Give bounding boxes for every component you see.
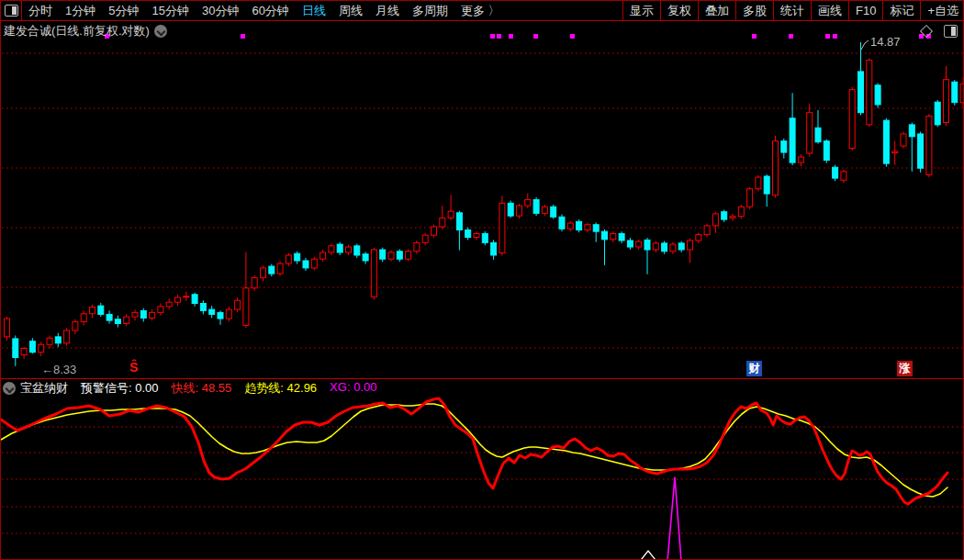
diamond-icon[interactable] (920, 25, 933, 38)
price-low-label: ←8.33 (41, 363, 76, 376)
period-tab[interactable]: 日线 (302, 3, 326, 19)
indicator-field: 预警信号: 0.00 (81, 380, 159, 397)
toolbar-buttons: 显示 复权 叠加 多股 统计 画线 F10 标记 +自选 (622, 1, 964, 21)
split-layout-icon[interactable] (5, 5, 18, 17)
toolbar-button[interactable]: 多股 (735, 1, 773, 21)
sell-signal-marker: Ŝ (129, 360, 138, 375)
toolbar-button[interactable]: 复权 (660, 1, 698, 21)
indicator-header: 宝盆纳财 预警信号: 0.00 快线: 48.55 趋势线: 42.96 XG:… (1, 379, 964, 398)
toolbar-button[interactable]: +自选 (920, 1, 964, 21)
period-tabs: 分时 1分钟 5分钟 15分钟 30分钟 60分钟 日线 周线 月线 多周期 更… (28, 3, 500, 19)
stock-title: 建发合诚(日线.前复权.对数) (4, 23, 150, 39)
period-tab[interactable]: 更多 〉 (461, 3, 500, 19)
toolbar-button[interactable]: 标记 (882, 1, 920, 21)
zhang-marker-badge: 涨 (897, 361, 913, 376)
toolbar: 分时 1分钟 5分钟 15分钟 30分钟 60分钟 日线 周线 月线 多周期 更… (1, 1, 964, 21)
cai-marker-badge: 财 (746, 361, 762, 376)
indicator-fields: 预警信号: 0.00 快线: 48.55 趋势线: 42.96 XG: 0.00 (68, 380, 376, 397)
toolbar-button[interactable]: 统计 (773, 1, 811, 21)
title-bar: 建发合诚(日线.前复权.对数) (1, 21, 964, 41)
toolbar-button[interactable]: 叠加 (698, 1, 735, 21)
indicator-field: 快线: 48.55 (172, 380, 232, 397)
period-tab[interactable]: 5分钟 (108, 3, 139, 19)
indicator-field: XG: 0.00 (330, 380, 376, 397)
toolbar-button[interactable]: 画线 (811, 1, 848, 21)
toolbar-button[interactable]: 显示 (622, 1, 660, 21)
period-tab[interactable]: 15分钟 (151, 3, 188, 19)
period-tab[interactable]: 30分钟 (202, 3, 239, 19)
layout-icon[interactable] (944, 25, 958, 38)
period-tab[interactable]: 60分钟 (252, 3, 288, 19)
main-candle-chart[interactable] (1, 41, 964, 378)
toolbar-divider (21, 1, 22, 21)
indicator-collapse-icon[interactable] (3, 382, 16, 395)
period-tab[interactable]: 分时 (28, 3, 52, 19)
title-dropdown-icon[interactable] (154, 25, 167, 38)
indicator-field: 趋势线: 42.96 (244, 380, 317, 397)
period-tab[interactable]: 月线 (376, 3, 399, 19)
toolbar-button[interactable]: F10 (848, 1, 882, 21)
price-high-label: 14.87 (870, 35, 901, 49)
period-tab[interactable]: 周线 (339, 3, 363, 19)
period-tab[interactable]: 1分钟 (65, 3, 95, 19)
indicator-name[interactable]: 宝盆纳财 (20, 380, 68, 397)
app-window: 分时 1分钟 5分钟 15分钟 30分钟 60分钟 日线 周线 月线 多周期 更… (0, 0, 964, 560)
indicator-chart[interactable] (1, 398, 964, 560)
period-tab[interactable]: 多周期 (412, 3, 448, 19)
